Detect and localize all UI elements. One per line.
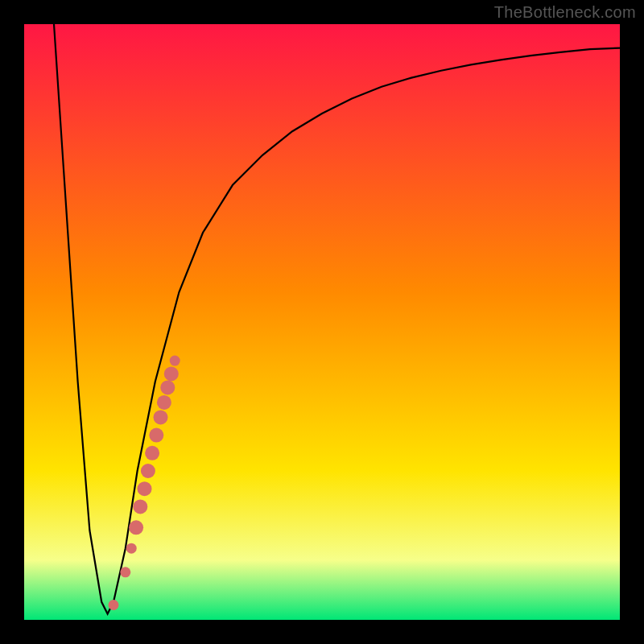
data-point [160, 380, 175, 394]
data-point [149, 428, 163, 443]
chart-container: TheBottleneck.com [0, 0, 644, 644]
data-point [141, 464, 155, 478]
bottleneck-chart [0, 0, 644, 644]
data-point [126, 543, 137, 554]
data-point [120, 567, 130, 577]
data-point [164, 366, 179, 381]
data-point [154, 410, 168, 424]
data-point [170, 356, 180, 366]
data-point [129, 520, 143, 535]
data-point [109, 600, 119, 610]
data-point [157, 395, 171, 410]
data-point [138, 481, 152, 496]
data-point [133, 499, 147, 514]
data-point [145, 446, 159, 460]
